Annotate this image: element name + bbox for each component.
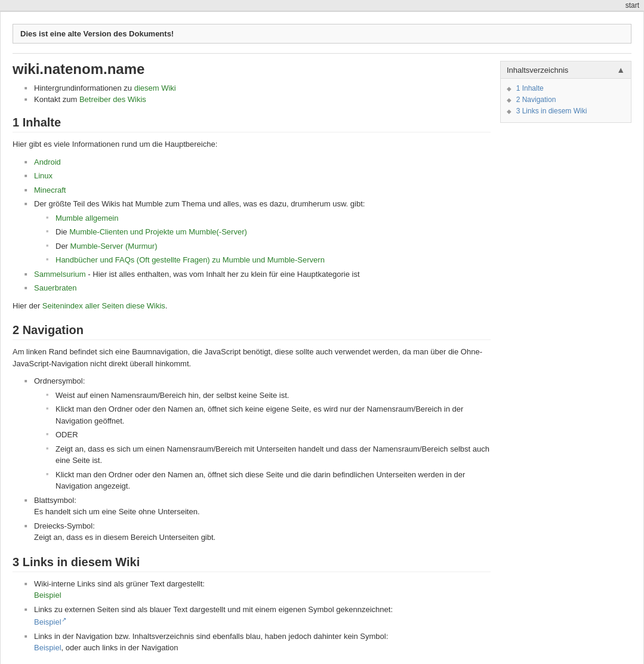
- list-item: Der größte Teil des Wikis hat Mumble zum…: [24, 198, 491, 266]
- section2-list: Ordnersymbol: Weist auf einen Namensraum…: [24, 375, 491, 543]
- android-link[interactable]: Android: [34, 157, 61, 166]
- sammelsurium-link[interactable]: Sammelsurium: [34, 270, 86, 279]
- list-item: Ordnersymbol: Weist auf einen Namensraum…: [24, 375, 491, 492]
- toc-box: Inhaltsverzeichnis ▲ ◆ 1 Inhalte ◆ 2 Nav…: [500, 61, 631, 123]
- mumble-server-link[interactable]: Mumble-Server (Murmur): [70, 242, 158, 251]
- list-item: Dreiecks-Symbol: Zeigt an, dass es in di…: [24, 520, 491, 543]
- toc-item: ◆ 2 Navigation: [507, 95, 625, 104]
- mumble-clienten-link[interactable]: Mumble-Clienten und Projekte um Mumble(-…: [69, 227, 247, 236]
- bullet-text: Kontakt zum: [34, 95, 79, 104]
- list-item: Kontakt zum Betreiber des Wikis: [24, 95, 491, 104]
- section1-list: Android Linux Minecraft Der größte Teil …: [24, 156, 491, 294]
- old-version-banner: Dies ist eine alte Version des Dokuments…: [13, 24, 631, 44]
- section1-footer: Hier der Seitenindex aller Seiten diese …: [13, 300, 491, 312]
- section3-list: Wiki-interne Links sind als grüner Text …: [24, 578, 491, 654]
- mumble-sublist: Mumble allgemein Die Mumble-Clienten und…: [46, 212, 491, 266]
- toc-header: Inhaltsverzeichnis ▲: [501, 61, 631, 79]
- list-item: Linux: [24, 170, 491, 182]
- list-item: Handbücher und FAQs (Oft gestellte Frage…: [46, 254, 491, 266]
- diesem-wiki-link[interactable]: diesem Wiki: [134, 84, 176, 92]
- ordnersymbol-sublist: Weist auf einen Namensraum/Bereich hin, …: [46, 390, 491, 492]
- beispiel-external-link[interactable]: Beispiel: [34, 617, 66, 626]
- section2-intro: Am linken Rand befindet sich eine Baumna…: [13, 346, 491, 369]
- list-item: Die Mumble-Clienten und Projekte um Mumb…: [46, 226, 491, 238]
- toc-link-2[interactable]: 2 Navigation: [516, 95, 556, 104]
- sauerbraten-link[interactable]: Sauerbraten: [34, 283, 77, 292]
- minecraft-link[interactable]: Minecraft: [34, 186, 66, 194]
- section1-heading: 1 Inhalte: [13, 116, 491, 132]
- top-bar: start: [0, 0, 644, 11]
- blattsymbol-label: Blattsymbol:: [34, 496, 76, 505]
- linux-link[interactable]: Linux: [34, 171, 53, 180]
- list-item: Zeigt an, dass es sich um einen Namensra…: [46, 443, 491, 467]
- list-item: Blattsymbol: Es handelt sich um eine Sei…: [24, 495, 491, 518]
- bullet-text: Hintergrundinformationen zu: [34, 84, 134, 92]
- toc-list: ◆ 1 Inhalte ◆ 2 Navigation ◆ 3 Links in …: [501, 79, 631, 122]
- list-item: Der Mumble-Server (Murmur): [46, 240, 491, 252]
- dreiecks-label: Dreiecks-Symbol:: [34, 521, 95, 530]
- list-item: Klickt man den Ordner oder den Namen an,…: [46, 469, 491, 492]
- list-item: Sauerbraten: [24, 282, 491, 294]
- toc-heading: Inhaltsverzeichnis: [507, 66, 568, 75]
- list-item: Minecraft: [24, 184, 491, 196]
- ordnersymbol-label: Ordnersymbol:: [34, 376, 85, 385]
- section2-heading: 2 Navigation: [13, 323, 491, 340]
- list-item: Links zu externen Seiten sind als blauer…: [24, 604, 491, 628]
- list-item: Sammelsurium - Hier ist alles enthalten,…: [24, 268, 491, 280]
- list-item: Wiki-interne Links sind als grüner Text …: [24, 578, 491, 601]
- toc-item: ◆ 1 Inhalte: [507, 84, 625, 92]
- section1-intro: Hier gibt es viele Informationen rund um…: [13, 138, 491, 150]
- betreiber-link[interactable]: Betreiber des Wikis: [79, 95, 146, 104]
- main-content: wiki.natenom.name Hintergrundinformation…: [13, 61, 491, 664]
- toc-link-1[interactable]: 1 Inhalte: [516, 84, 544, 92]
- mumble-allgemein-link[interactable]: Mumble allgemein: [56, 214, 119, 223]
- toc-item: ◆ 3 Links in diesem Wiki: [507, 106, 625, 115]
- start-link[interactable]: start: [625, 1, 639, 10]
- page-title: wiki.natenom.name: [13, 61, 491, 78]
- list-item: ODER: [46, 429, 491, 441]
- list-item: Android: [24, 156, 491, 168]
- list-item: Klickt man den Ordner oder den Namen an,…: [46, 403, 491, 427]
- list-item: Weist auf einen Namensraum/Bereich hin, …: [46, 390, 491, 402]
- section3-heading: 3 Links in diesem Wiki: [13, 555, 491, 572]
- list-item: Mumble allgemein: [46, 212, 491, 224]
- mumble-intro-text: Der größte Teil des Wikis hat Mumble zum…: [34, 199, 365, 208]
- list-item: Hintergrundinformationen zu diesem Wiki: [24, 84, 491, 92]
- seitenindex-link[interactable]: Seitenindex aller Seiten diese Wikis: [42, 301, 165, 310]
- list-item: Links in der Navigation bzw. Inhaltsverz…: [24, 631, 491, 654]
- toc-toggle[interactable]: ▲: [617, 65, 625, 75]
- toc-link-3[interactable]: 3 Links in diesem Wiki: [516, 107, 587, 115]
- page-title-bullets: Hintergrundinformationen zu diesem Wiki …: [24, 84, 491, 104]
- mumble-handbuecher-link[interactable]: Handbücher und FAQs (Oft gestellte Frage…: [56, 255, 325, 264]
- beispiel-nav-link[interactable]: Beispiel: [34, 643, 61, 652]
- page-wrapper: Dies ist eine alte Version des Dokuments…: [0, 11, 644, 664]
- beispiel-internal-link[interactable]: Beispiel: [34, 591, 61, 600]
